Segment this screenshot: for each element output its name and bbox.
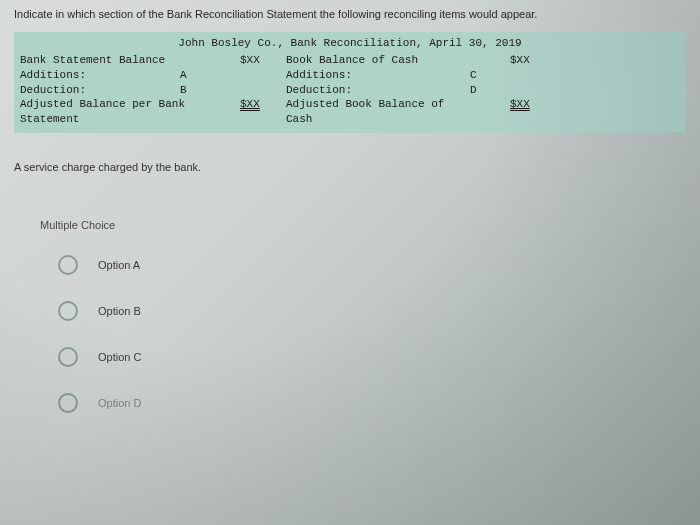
table-row: Bank Statement Balance $XX Book Balance … <box>20 53 680 68</box>
radio-icon[interactable] <box>58 255 78 275</box>
radio-icon[interactable] <box>58 301 78 321</box>
cell <box>470 97 510 127</box>
option-b[interactable]: Option B <box>40 301 660 321</box>
option-d[interactable]: Option D <box>40 393 660 413</box>
cell <box>470 53 510 68</box>
option-c[interactable]: Option C <box>40 347 660 367</box>
mc-title: Multiple Choice <box>40 219 660 231</box>
option-label: Option C <box>98 351 141 363</box>
question-prompt: Indicate in which section of the Bank Re… <box>0 0 700 30</box>
cell <box>510 83 550 98</box>
letter-b: B <box>180 83 240 98</box>
table-row: Adjusted Balance per Bank Statement $XX … <box>20 97 680 127</box>
additions-label-left: Additions: <box>20 68 180 83</box>
option-label: Option D <box>98 397 141 409</box>
radio-icon[interactable] <box>58 347 78 367</box>
multiple-choice-block: Multiple Choice Option A Option B Option… <box>40 219 660 413</box>
option-a[interactable]: Option A <box>40 255 660 275</box>
option-label: Option A <box>98 259 140 271</box>
reconciliation-title: John Bosley Co., Bank Reconciliation, Ap… <box>20 36 680 53</box>
sub-question-text: A service charge charged by the bank. <box>14 161 686 173</box>
radio-icon[interactable] <box>58 393 78 413</box>
adjusted-book-label: Adjusted Book Balance of Cash <box>280 97 470 127</box>
table-row: Additions: A Additions: C <box>20 68 680 83</box>
book-balance-amt: $XX <box>510 53 550 68</box>
table-row: Deduction: B Deduction: D <box>20 83 680 98</box>
bank-balance-label: Bank Statement Balance <box>20 53 180 68</box>
deduction-label-right: Deduction: <box>280 83 470 98</box>
reconciliation-table: John Bosley Co., Bank Reconciliation, Ap… <box>14 32 686 133</box>
additions-label-right: Additions: <box>280 68 470 83</box>
adjusted-book-amt: $XX <box>510 97 550 127</box>
letter-a: A <box>180 68 240 83</box>
adjusted-bank-amt: $XX <box>240 97 280 127</box>
option-label: Option B <box>98 305 141 317</box>
cell <box>510 68 550 83</box>
book-balance-label: Book Balance of Cash <box>280 53 470 68</box>
cell <box>180 53 240 68</box>
deduction-label-left: Deduction: <box>20 83 180 98</box>
cell <box>240 83 280 98</box>
bank-balance-amt: $XX <box>240 53 280 68</box>
letter-d: D <box>470 83 510 98</box>
cell <box>240 68 280 83</box>
adjusted-bank-label: Adjusted Balance per Bank Statement <box>20 97 240 127</box>
letter-c: C <box>470 68 510 83</box>
